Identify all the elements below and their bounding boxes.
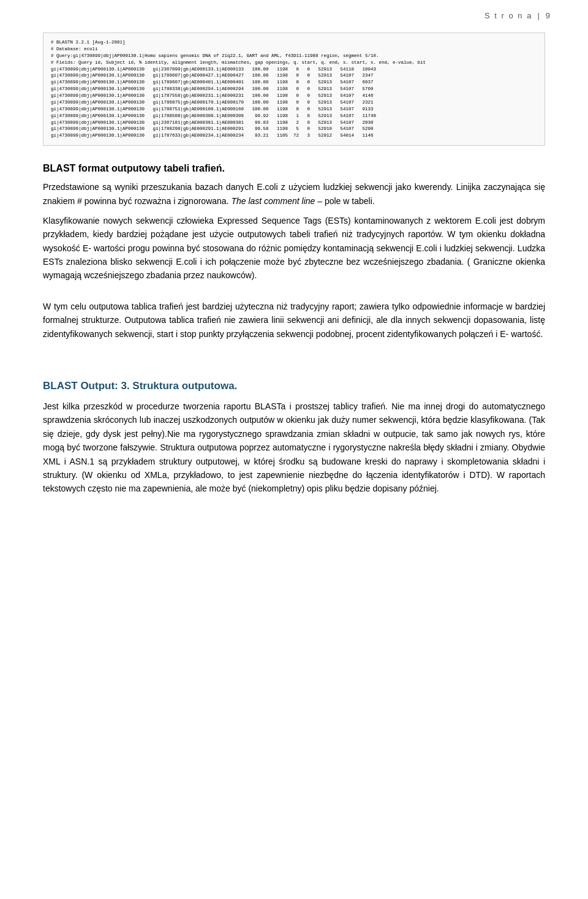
- para1-italic: The last comment line: [231, 196, 315, 206]
- paragraph-2: Klasyfikowanie nowych sekwencji człowiek…: [43, 214, 545, 283]
- paragraph-3: W tym celu outputowa tablica trafień jes…: [43, 300, 545, 341]
- spacer-1: [43, 289, 545, 300]
- page-label: S t r o n a: [484, 11, 532, 20]
- paragraph-1: Przedstawione są wyniki przeszukania baz…: [43, 180, 545, 208]
- blast-table-image: # BLASTN 2.2.1 [Aug-1-2001] # Database: …: [43, 32, 545, 146]
- section-title-2: BLAST Output: 3. Struktura outputowa.: [43, 380, 545, 392]
- section2-title-text: BLAST Output: 3. Struktura outputowa.: [43, 380, 237, 392]
- page-number: 9: [546, 11, 551, 20]
- para1-after-italic: – pole w tabeli.: [315, 196, 374, 206]
- content-area: # BLASTN 2.2.1 [Aug-1-2001] # Database: …: [0, 26, 588, 526]
- page-separator: |: [537, 11, 540, 20]
- section-heading-1: BLAST format outputowy tabeli trafień.: [43, 163, 545, 174]
- spacer-2: [43, 347, 545, 358]
- page-header: S t r o n a | 9: [0, 0, 588, 26]
- paragraph-4: Jest kilka przeszkód w procedurze tworze…: [43, 400, 545, 496]
